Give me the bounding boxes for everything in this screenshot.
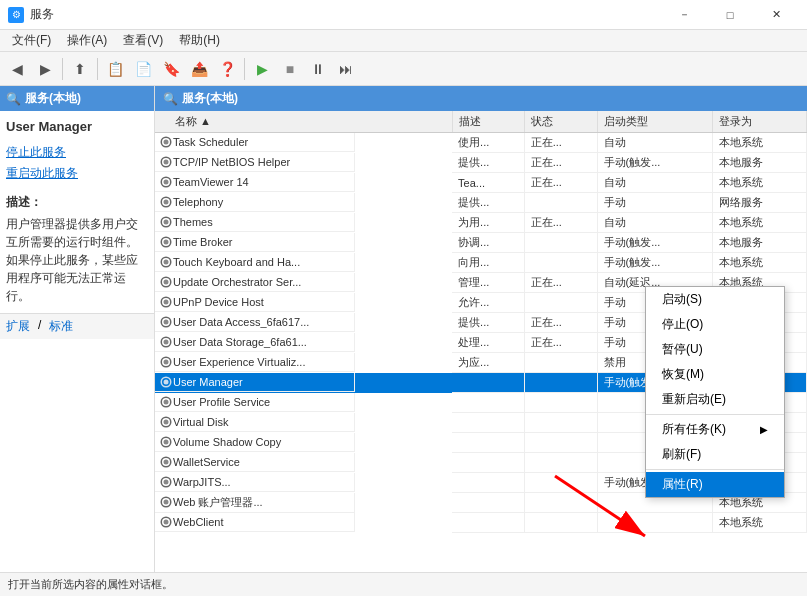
context-menu-item-5[interactable]: 所有任务(K)▶ bbox=[646, 417, 784, 442]
svg-point-18 bbox=[164, 500, 169, 505]
svg-point-16 bbox=[164, 459, 169, 464]
service-status-cell bbox=[524, 473, 597, 493]
service-login-cell: 本地系统 bbox=[712, 173, 806, 193]
table-row[interactable]: WebClient本地系统 bbox=[155, 513, 807, 533]
resume-service-button[interactable]: ⏭ bbox=[333, 56, 359, 82]
toolbar-separator-3 bbox=[244, 58, 245, 80]
new-button[interactable]: 🔖 bbox=[158, 56, 184, 82]
up-button[interactable]: ⬆ bbox=[67, 56, 93, 82]
service-status-cell bbox=[524, 353, 597, 373]
stop-service-link[interactable]: 停止此服务 bbox=[6, 144, 148, 161]
help-btn[interactable]: ❓ bbox=[214, 56, 240, 82]
desc-label: 描述： bbox=[6, 194, 148, 211]
tab-standard[interactable]: 标准 bbox=[49, 318, 73, 335]
start-service-button[interactable]: ▶ bbox=[249, 56, 275, 82]
service-status-cell bbox=[524, 373, 597, 393]
svg-point-5 bbox=[164, 239, 169, 244]
service-desc-cell: 提供... bbox=[452, 313, 524, 333]
context-menu-item-2[interactable]: 暂停(U) bbox=[646, 337, 784, 362]
left-panel-header: 🔍 服务(本地) bbox=[0, 86, 154, 111]
table-row[interactable]: TCP/IP NetBIOS Helper提供...正在...手动(触发...本… bbox=[155, 153, 807, 173]
service-name-cell: Telephony bbox=[155, 193, 355, 212]
restart-service-link[interactable]: 重启动此服务 bbox=[6, 165, 148, 182]
col-name[interactable]: 名称 ▲ bbox=[155, 111, 452, 133]
table-row[interactable]: Task Scheduler使用...正在...自动本地系统 bbox=[155, 133, 807, 153]
service-desc-cell: 管理... bbox=[452, 273, 524, 293]
service-startup-cell: 手动 bbox=[597, 193, 712, 213]
service-desc-cell: 处理... bbox=[452, 333, 524, 353]
tab-expand[interactable]: 扩展 bbox=[6, 318, 30, 335]
service-description: 用户管理器提供多用户交互所需要的运行时组件。如果停止此服务，某些应用程序可能无法… bbox=[6, 215, 148, 305]
service-name-cell: Update Orchestrator Ser... bbox=[155, 273, 355, 292]
service-name-cell: TeamViewer 14 bbox=[155, 173, 355, 192]
service-desc-cell: 提供... bbox=[452, 193, 524, 213]
show-hide-button[interactable]: 📋 bbox=[102, 56, 128, 82]
col-desc[interactable]: 描述 bbox=[452, 111, 524, 133]
context-menu-item-0[interactable]: 启动(S) bbox=[646, 287, 784, 312]
service-desc-cell: 为应... bbox=[452, 353, 524, 373]
properties-button[interactable]: 📄 bbox=[130, 56, 156, 82]
menu-view[interactable]: 查看(V) bbox=[115, 30, 171, 51]
selected-service-title: User Manager bbox=[6, 119, 148, 134]
service-desc-cell bbox=[452, 513, 524, 533]
pause-service-button[interactable]: ⏸ bbox=[305, 56, 331, 82]
stop-service-button[interactable]: ■ bbox=[277, 56, 303, 82]
svg-point-2 bbox=[164, 179, 169, 184]
service-desc-cell: 协调... bbox=[452, 233, 524, 253]
minimize-button[interactable]: － bbox=[661, 0, 707, 30]
service-status-cell: 正在... bbox=[524, 333, 597, 353]
service-desc-cell bbox=[452, 473, 524, 493]
context-menu-item-4[interactable]: 重新启动(E) bbox=[646, 387, 784, 412]
service-name-cell: Volume Shadow Copy bbox=[155, 433, 355, 452]
table-row[interactable]: Time Broker协调...手动(触发...本地服务 bbox=[155, 233, 807, 253]
service-icon bbox=[159, 135, 173, 149]
forward-button[interactable]: ▶ bbox=[32, 56, 58, 82]
service-icon bbox=[159, 355, 173, 369]
service-startup-cell: 手动(触发... bbox=[597, 153, 712, 173]
service-login-cell: 本地系统 bbox=[712, 213, 806, 233]
service-name-cell: Time Broker bbox=[155, 233, 355, 252]
maximize-button[interactable]: □ bbox=[707, 0, 753, 30]
service-startup-cell: 手动(触发... bbox=[597, 253, 712, 273]
back-button[interactable]: ◀ bbox=[4, 56, 30, 82]
left-panel-body: User Manager 停止此服务 重启动此服务 描述： 用户管理器提供多用户… bbox=[0, 111, 154, 313]
context-menu-item-6[interactable]: 刷新(F) bbox=[646, 442, 784, 467]
col-login[interactable]: 登录为 bbox=[712, 111, 806, 133]
service-icon bbox=[159, 215, 173, 229]
left-search-icon: 🔍 bbox=[6, 92, 21, 106]
service-name-cell: User Manager bbox=[155, 373, 355, 392]
service-name-cell: User Data Access_6fa617... bbox=[155, 313, 355, 332]
table-row[interactable]: Touch Keyboard and Ha...向用...手动(触发...本地系… bbox=[155, 253, 807, 273]
service-status-cell: 正在... bbox=[524, 273, 597, 293]
service-name-cell: Web 账户管理器... bbox=[155, 493, 355, 513]
service-login-cell: 网络服务 bbox=[712, 193, 806, 213]
context-menu-item-1[interactable]: 停止(O) bbox=[646, 312, 784, 337]
svg-point-8 bbox=[164, 299, 169, 304]
context-menu-item-3[interactable]: 恢复(M) bbox=[646, 362, 784, 387]
service-status-cell bbox=[524, 453, 597, 473]
service-icon bbox=[159, 255, 173, 269]
export-button[interactable]: 📤 bbox=[186, 56, 212, 82]
table-row[interactable]: TeamViewer 14Tea...正在...自动本地系统 bbox=[155, 173, 807, 193]
menu-file[interactable]: 文件(F) bbox=[4, 30, 59, 51]
service-desc-cell bbox=[452, 393, 524, 413]
toolbar-separator-2 bbox=[97, 58, 98, 80]
service-icon bbox=[159, 295, 173, 309]
table-row[interactable]: Themes为用...正在...自动本地系统 bbox=[155, 213, 807, 233]
menu-help[interactable]: 帮助(H) bbox=[171, 30, 228, 51]
service-status-cell: 正在... bbox=[524, 153, 597, 173]
col-status[interactable]: 状态 bbox=[524, 111, 597, 133]
table-row[interactable]: Telephony提供...手动网络服务 bbox=[155, 193, 807, 213]
close-button[interactable]: ✕ bbox=[753, 0, 799, 30]
col-startup[interactable]: 启动类型 bbox=[597, 111, 712, 133]
service-icon bbox=[159, 315, 173, 329]
context-menu-separator bbox=[646, 414, 784, 415]
context-menu-item-7[interactable]: 属性(R) bbox=[646, 472, 784, 497]
service-name-cell: WalletService bbox=[155, 453, 355, 472]
service-status-cell bbox=[524, 253, 597, 273]
menu-action[interactable]: 操作(A) bbox=[59, 30, 115, 51]
svg-point-12 bbox=[164, 379, 169, 384]
service-icon bbox=[159, 155, 173, 169]
service-name-cell: User Profile Service bbox=[155, 393, 355, 412]
service-name-cell: User Experience Virtualiz... bbox=[155, 353, 355, 372]
